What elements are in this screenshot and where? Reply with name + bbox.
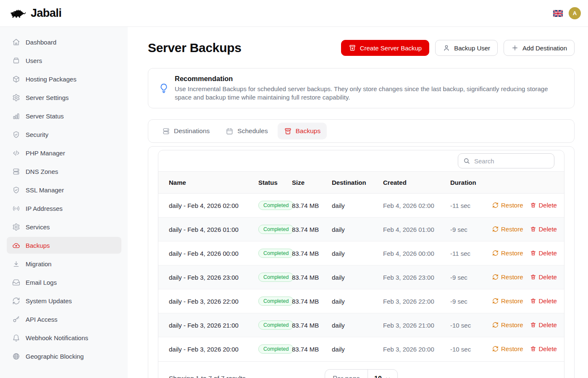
sidebar-item-migration[interactable]: Migration [7,255,121,272]
tab-bar: Destinations Schedules Backups [148,119,575,143]
delete-button[interactable]: Delete [530,226,557,233]
sidebar-item-php-manager[interactable]: PHP Manager [7,144,121,161]
sidebar-item-system-updates[interactable]: System Updates [7,292,121,309]
restore-button[interactable]: Restore [492,345,523,352]
backup-name: daily - Feb 3, 2026 20:00 [158,337,258,361]
backup-duration: -11 sec [450,242,492,265]
delete-button[interactable]: Delete [530,297,557,304]
sidebar-item-dashboard[interactable]: Dashboard [7,34,121,50]
status-badge: Completed [258,320,294,330]
backup-user-button[interactable]: Backup User [435,40,498,56]
sidebar-item-dns-zones[interactable]: DNS Zones [7,163,121,180]
backup-destination: daily [332,289,383,313]
backup-created: Feb 3, 2026 21:00 [383,313,450,337]
backup-size: 83.74 MB [292,337,332,361]
user-avatar[interactable]: A [569,7,581,19]
search-icon [463,157,470,165]
status-badge: Completed [258,297,294,306]
refresh-icon [492,226,499,232]
refresh-icon [492,322,499,328]
column-actions [492,172,564,194]
recommendation-card: Recommendation Use Incremental Backups f… [148,68,575,108]
per-page-select[interactable]: 10 [368,370,397,378]
create-server-backup-button[interactable]: Create Server Backup [341,40,430,56]
backup-duration: -9 sec [450,289,492,313]
sidebar-item-users[interactable]: Users [7,52,121,69]
backup-size: 83.74 MB [292,194,332,218]
gear-icon [12,94,20,102]
delete-button[interactable]: Delete [530,249,557,257]
sidebar-item-webhook-notifications[interactable]: Webhook Notifications [7,329,121,346]
results-summary: Showing 1 to 7 of 7 results [169,375,246,378]
tab-backups[interactable]: Backups [278,123,327,139]
delete-button[interactable]: Delete [530,345,557,352]
chevron-down-icon [385,375,391,378]
gear-icon [12,223,20,231]
restore-button[interactable]: Restore [492,321,523,328]
user-icon [443,44,450,52]
backup-name: daily - Feb 3, 2026 23:00 [158,265,258,289]
sidebar-item-email-logs[interactable]: Email Logs [7,274,121,291]
table-row: daily - Feb 3, 2026 21:00Completed83.74 … [158,313,564,337]
tab-destinations[interactable]: Destinations [156,123,216,139]
search-input[interactable] [458,153,554,168]
table-row: daily - Feb 3, 2026 23:00Completed83.74 … [158,265,564,289]
delete-button[interactable]: Delete [530,273,557,281]
sidebar-item-server-status[interactable]: Server Status [7,108,121,124]
sidebar-item-ssl-manager[interactable]: SSL Manager [7,181,121,198]
restore-button[interactable]: Restore [492,297,523,304]
sidebar-item-ip-addresses[interactable]: IP Addresses [7,200,121,217]
refresh-icon [492,202,499,208]
delete-button[interactable]: Delete [530,321,557,328]
restore-button[interactable]: Restore [492,226,523,233]
tab-schedules[interactable]: Schedules [219,123,274,139]
lightbulb-icon [158,83,169,94]
backup-name: daily - Feb 3, 2026 22:00 [158,289,258,313]
restore-button[interactable]: Restore [492,273,523,281]
sidebar-item-hosting-packages[interactable]: Hosting Packages [7,71,121,87]
column-size: Size [292,172,332,194]
trash-icon [530,274,536,280]
backup-duration: -10 sec [450,337,492,361]
search-row [158,150,564,171]
trash-icon [530,346,536,352]
uk-flag-icon[interactable] [553,10,563,17]
sidebar-item-server-settings[interactable]: Server Settings [7,89,121,106]
backup-destination: daily [332,242,383,265]
restore-button[interactable]: Restore [492,249,523,257]
restore-button[interactable]: Restore [492,202,523,209]
table-row: daily - Feb 3, 2026 22:00Completed83.74 … [158,289,564,313]
sidebar-item-services[interactable]: Services [7,218,121,235]
backups-panel: Name Status Size Destination Created Dur… [148,146,575,378]
backups-table: Name Status Size Destination Created Dur… [158,171,564,361]
sidebar-item-api-access[interactable]: API Access [7,311,121,328]
brand-name: Jabali [31,7,62,20]
boar-logo-icon [8,8,27,19]
refresh-icon [12,297,20,305]
sidebar-item-backups[interactable]: Backups [7,237,121,254]
bell-icon [12,334,20,342]
refresh-icon [492,298,499,304]
refresh-icon [492,346,499,352]
add-destination-button[interactable]: Add Destination [504,40,575,56]
key-icon [12,315,20,323]
backup-duration: -11 sec [450,194,492,218]
sidebar-item-security[interactable]: Security [7,126,121,143]
backup-created: Feb 4, 2026 00:00 [383,242,450,265]
trash-icon [530,322,536,328]
main-content: Server Backups Create Server Backup Back… [128,27,588,378]
archive-icon [284,127,292,135]
sidebar-item-geographic-blocking[interactable]: Geographic Blocking [7,348,121,365]
globe-icon [12,352,20,360]
backup-destination: daily [332,218,383,242]
status-badge: Completed [258,249,294,258]
delete-button[interactable]: Delete [530,202,557,209]
brand-logo[interactable]: Jabali [8,7,62,20]
server-stack-icon [12,168,20,176]
broadcast-icon [12,205,20,213]
trash-icon [530,298,536,304]
status-badge: Completed [258,344,294,354]
topbar-right: A [553,7,581,19]
per-page-control: Per page 10 [325,369,398,378]
backup-name: daily - Feb 4, 2026 00:00 [158,242,258,265]
